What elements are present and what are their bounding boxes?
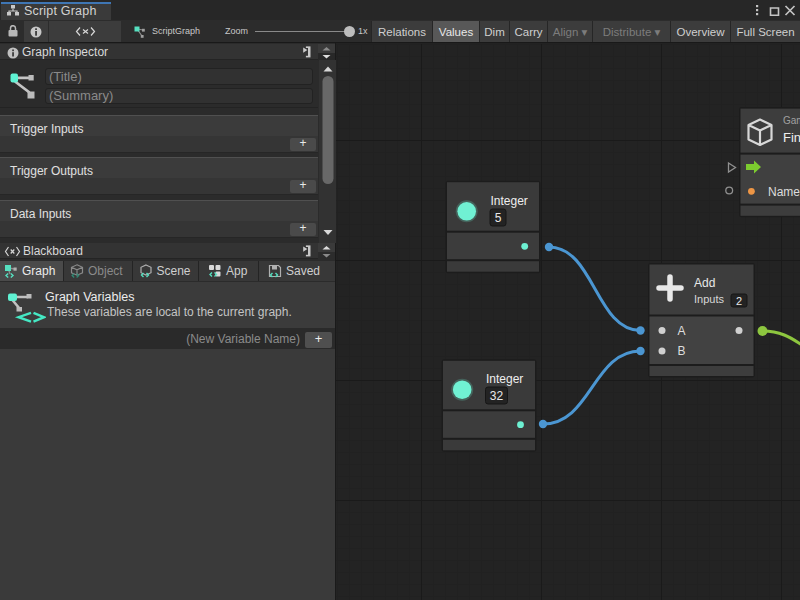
svg-text:Add: Add [694, 276, 715, 290]
svg-text:Integer: Integer [491, 194, 528, 208]
svg-text:32: 32 [490, 389, 504, 403]
svg-text:Name: Name [768, 185, 800, 199]
svg-text:A: A [678, 324, 686, 338]
svg-text:B: B [678, 344, 686, 358]
svg-text:Integer: Integer [486, 372, 523, 386]
svg-text:Find: Find [783, 130, 800, 145]
svg-text:2: 2 [736, 295, 742, 307]
svg-text:5: 5 [495, 211, 502, 225]
svg-text:GameObject: GameObject [783, 115, 800, 126]
svg-text:Inputs: Inputs [694, 293, 724, 305]
